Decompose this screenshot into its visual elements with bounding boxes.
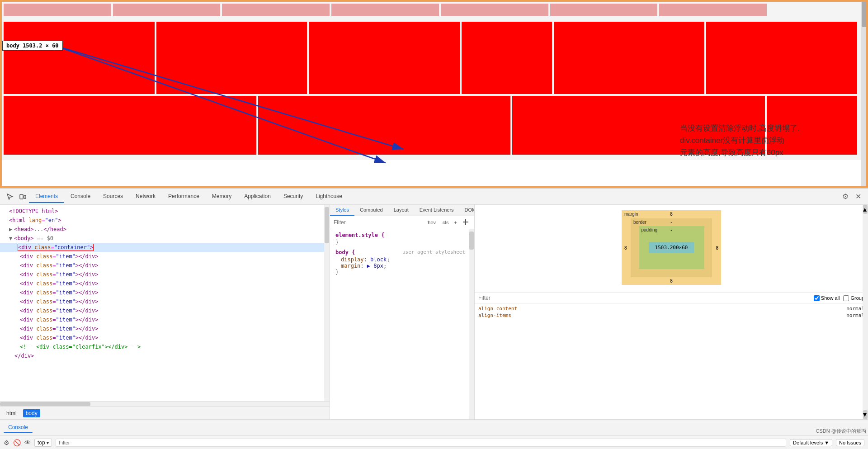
show-all-checkbox[interactable] <box>814 295 820 301</box>
group-checkbox-label: Group <box>843 295 864 301</box>
dom-vertical-scrollbar[interactable] <box>324 205 330 401</box>
styles-tab-computed[interactable]: Computed <box>354 205 388 216</box>
rp-scroll-down[interactable]: ▾ <box>863 410 868 419</box>
dom-line-item-2[interactable]: <div class="item"></div> <box>0 261 330 270</box>
dom-panel: <!DOCTYPE html> <html lang="en"> ▶<head>… <box>0 205 330 419</box>
border-top-value: - <box>670 220 672 225</box>
tab-elements[interactable]: Elements <box>29 190 64 203</box>
tab-sources[interactable]: Sources <box>97 190 129 203</box>
dom-line-container[interactable]: <div class="container"> <box>0 243 330 252</box>
dom-line-head[interactable]: ▶<head>...</head> <box>0 225 330 234</box>
body-selector: body { <box>335 249 355 255</box>
right-panel-vscroll[interactable]: ▴ ▾ <box>863 205 868 419</box>
margin-label: margin <box>624 212 638 217</box>
dom-scrollbar-thumb[interactable] <box>325 207 329 243</box>
css-prop-align-items: align-items normal <box>478 312 864 319</box>
console-filter-input[interactable] <box>56 439 786 447</box>
rp-scroll-up[interactable]: ▴ <box>863 205 868 214</box>
add-style-button[interactable]: + <box>453 219 459 226</box>
dom-content: <!DOCTYPE html> <html lang="en"> ▶<head>… <box>0 205 330 362</box>
css-props-filter-input[interactable] <box>478 295 810 301</box>
scrollbar-thumb[interactable] <box>862 0 867 27</box>
tab-console[interactable]: Console <box>64 190 97 203</box>
settings-icon[interactable]: ⚙ <box>4 439 9 446</box>
dom-hscrollbar-thumb[interactable] <box>0 402 90 406</box>
styles-tab-dom-breakpoints[interactable]: DOM Breakpoints <box>459 205 474 216</box>
box-model-content: 1503.200×60 <box>649 242 694 253</box>
eye-icon[interactable]: 👁 <box>24 439 31 446</box>
tab-lighthouse[interactable]: Lighthouse <box>309 190 349 203</box>
inspect-element-button[interactable] <box>4 190 16 203</box>
annotation-text: 当没有设置清除浮动时,高度坍塌了. div.container没有计算里面浮动 … <box>680 122 852 159</box>
element-style-rule: element.style { } <box>330 231 474 246</box>
browser-scrollbar[interactable] <box>861 0 868 188</box>
styles-scrollbar-thumb[interactable] <box>469 232 474 250</box>
dom-line-item-6[interactable]: <div class="item"></div> <box>0 297 330 306</box>
breadcrumb-html[interactable]: html <box>4 409 19 417</box>
dom-line-item-10[interactable]: <div class="item"></div> <box>0 333 330 342</box>
tab-application[interactable]: Application <box>238 190 277 203</box>
new-rule-button[interactable] <box>461 218 471 227</box>
styles-tab-layout[interactable]: Layout <box>388 205 414 216</box>
console-tab-button[interactable]: Console <box>4 422 33 433</box>
dom-line-item-9[interactable]: <div class="item"></div> <box>0 324 330 333</box>
padding-top-value: - <box>670 227 672 232</box>
dom-line-doctype[interactable]: <!DOCTYPE html> <box>0 207 330 216</box>
styles-vertical-scrollbar[interactable] <box>469 229 474 419</box>
tab-security[interactable]: Security <box>277 190 309 203</box>
bottom-toolbar: ⚙ 🚫 👁 top ▾ Default levels ▼ No Issues <box>0 435 868 449</box>
settings-button[interactable]: ⚙ <box>839 190 852 203</box>
element-style-close: } <box>330 239 474 246</box>
devtools-panel: Elements Console Sources Network Perform… <box>0 188 868 449</box>
dom-line-item-3[interactable]: <div class="item"></div> <box>0 270 330 279</box>
box-model-padding: padding - 1503.200×60 <box>639 226 704 269</box>
device-toolbar-button[interactable] <box>16 190 29 203</box>
svg-rect-7 <box>465 219 466 225</box>
margin-left-value: 8 <box>624 245 627 250</box>
cls-filter-button[interactable]: .cls <box>439 219 451 226</box>
right-panel-scroll[interactable]: ▴ ▾ margin 8 8 8 8 <box>475 205 868 419</box>
dom-horizontal-scrollbar[interactable] <box>0 401 330 406</box>
close-devtools-button[interactable]: ✕ <box>852 190 864 203</box>
box-model: margin 8 8 8 8 border - paddin <box>622 210 721 287</box>
dom-line-body[interactable]: ▼<body> == $0 <box>0 234 330 243</box>
border-label: border <box>633 220 646 225</box>
styles-tabs: Styles Computed Layout Event Listeners D… <box>330 205 474 216</box>
show-all-checkbox-label: Show all <box>814 295 840 301</box>
body-margin-prop: margin: ▶ 8px; <box>330 263 474 269</box>
tab-network[interactable]: Network <box>129 190 162 203</box>
browser-viewport: body 1503.2 × 60 当没有设置清除浮动时,高度坍塌了. div.c… <box>0 0 861 188</box>
console-bar: Console <box>0 419 868 435</box>
styles-panel: Styles Computed Layout Event Listeners D… <box>330 205 475 419</box>
dom-line-html[interactable]: <html lang="en"> <box>0 216 330 225</box>
dom-line-item-7[interactable]: <div class="item"></div> <box>0 306 330 315</box>
group-checkbox[interactable] <box>843 295 849 301</box>
dom-breadcrumb: html body <box>0 406 330 419</box>
dom-line-clearfix-comment[interactable]: <!-- <div class="clearfix"></div> --> <box>0 342 330 351</box>
body-rule: body { user agent stylesheet display: bl… <box>330 248 474 275</box>
dom-line-item-1[interactable]: <div class="item"></div> <box>0 252 330 261</box>
tab-performance[interactable]: Performance <box>162 190 206 203</box>
dom-line-end-div[interactable]: </div> <box>0 351 330 360</box>
no-entry-icon[interactable]: 🚫 <box>13 439 21 446</box>
hov-filter-button[interactable]: :hov <box>425 219 438 226</box>
dom-line-item-5[interactable]: <div class="item"></div> <box>0 288 330 297</box>
svg-rect-4 <box>20 194 23 199</box>
padding-label: padding <box>642 227 658 232</box>
no-issues-badge: No Issues <box>836 439 864 446</box>
styles-tab-event-listeners[interactable]: Event Listeners <box>414 205 459 216</box>
dom-scroll-container[interactable]: <!DOCTYPE html> <html lang="en"> ▶<head>… <box>0 205 330 401</box>
box-model-margin: margin 8 8 8 8 border - paddin <box>622 210 721 285</box>
right-panel: ▴ ▾ margin 8 8 8 8 <box>475 205 868 419</box>
styles-filter: :hov .cls + <box>330 216 474 229</box>
default-levels-dropdown[interactable]: Default levels ▼ <box>790 439 832 446</box>
styles-filter-input[interactable] <box>334 219 423 226</box>
dom-line-item-8[interactable]: <div class="item"></div> <box>0 315 330 324</box>
tab-memory[interactable]: Memory <box>206 190 238 203</box>
breadcrumb-body[interactable]: body <box>23 409 40 417</box>
dom-line-item-4[interactable]: <div class="item"></div> <box>0 279 330 288</box>
styles-tab-styles[interactable]: Styles <box>330 205 354 216</box>
margin-bottom-value: 8 <box>670 279 673 284</box>
top-selector[interactable]: top ▾ <box>34 439 52 447</box>
box-model-border: border - padding - 1503.200×60 <box>631 218 712 277</box>
